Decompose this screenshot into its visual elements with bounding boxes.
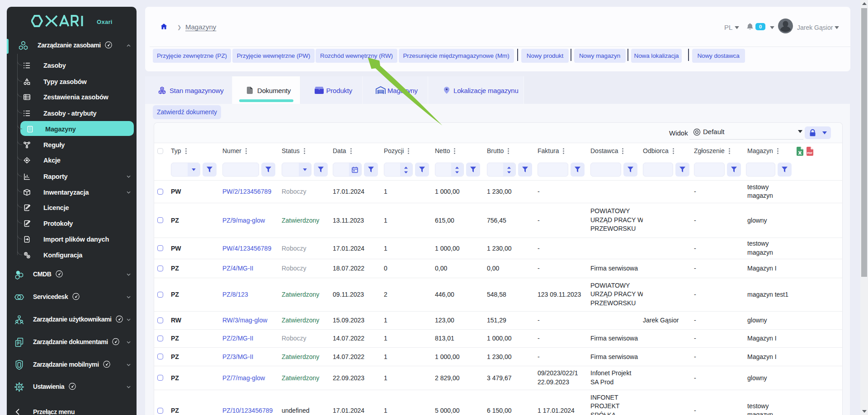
svg-text:PDF: PDF: [807, 151, 812, 154]
